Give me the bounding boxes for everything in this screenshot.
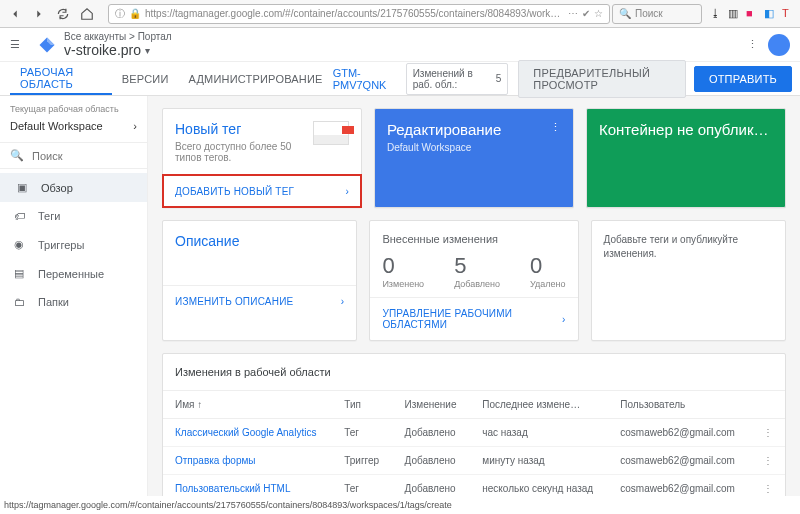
site-info-icon[interactable]: ⓘ (115, 7, 125, 21)
header-more-icon[interactable]: ⋮ (747, 38, 758, 51)
row-more-icon[interactable]: ⋮ (750, 419, 785, 447)
sidebar: Текущая рабочая область Default Workspac… (0, 96, 148, 496)
chevron-right-icon: › (562, 314, 566, 325)
table-row[interactable]: Классический Google AnalyticsТегДобавлен… (163, 419, 785, 447)
container-id[interactable]: GTM-PMV7QNK (333, 67, 394, 91)
sidebar-search[interactable]: 🔍 (0, 143, 147, 169)
row-name[interactable]: Отправка формы (163, 447, 332, 475)
changes-head: Внесенные изменения (382, 233, 565, 245)
row-last: час назад (470, 419, 608, 447)
col-user[interactable]: Пользователь (608, 391, 750, 419)
url-text: https://tagmanager.google.com/#/containe… (145, 8, 564, 19)
row-name[interactable]: Пользовательский HTML (163, 475, 332, 497)
row-change: Добавлено (393, 475, 471, 497)
status-url: https://tagmanager.google.com/#/containe… (4, 500, 452, 510)
browser-status-bar: https://tagmanager.google.com/#/containe… (0, 496, 800, 514)
publish-card[interactable]: Контейнер не опублик… (586, 108, 786, 208)
editing-title: Редактирование (387, 121, 561, 138)
edit-description-link[interactable]: ИЗМЕНИТЬ ОПИСАНИЕ › (163, 285, 356, 317)
submit-button[interactable]: ОТПРАВИТЬ (694, 66, 792, 92)
manage-workspaces-link[interactable]: УПРАВЛЕНИЕ РАБОЧИМИ ОБЛАСТЯМИ › (370, 297, 577, 340)
sidebar-item-triggers[interactable]: ◉Триггеры (0, 230, 147, 259)
url-bar[interactable]: ⓘ 🔒 https://tagmanager.google.com/#/cont… (108, 4, 610, 24)
col-last[interactable]: Последнее измене… (470, 391, 608, 419)
row-user: cosmaweb62@gmail.com (608, 419, 750, 447)
row-more-icon[interactable]: ⋮ (750, 475, 785, 497)
back-button[interactable] (4, 3, 26, 25)
row-last: несколько секунд назад (470, 475, 608, 497)
tab-workspace[interactable]: РАБОЧАЯ ОБЛАСТЬ (10, 62, 112, 95)
variable-icon: ▤ (14, 267, 28, 280)
publish-title: Контейнер не опублик… (599, 121, 773, 138)
breadcrumb[interactable]: Все аккаунты > Портал (64, 31, 172, 42)
row-name[interactable]: Классический Google Analytics (163, 419, 332, 447)
changes-table-title: Изменения в рабочей области (163, 354, 785, 391)
library-icon[interactable]: ▥ (728, 7, 742, 21)
row-last: минуту назад (470, 447, 608, 475)
changes-table-card: Изменения в рабочей области Имя ↑ Тип Из… (162, 353, 786, 496)
editing-subtitle: Default Workspace (387, 142, 561, 153)
table-row[interactable]: Отправка формыТриггерДобавленоминуту наз… (163, 447, 785, 475)
card-more-icon[interactable]: ⋮ (550, 121, 561, 134)
tabs-bar: РАБОЧАЯ ОБЛАСТЬ ВЕРСИИ АДМИНИСТРИРОВАНИЕ… (0, 62, 800, 96)
description-card: Описание ИЗМЕНИТЬ ОПИСАНИЕ › (162, 220, 357, 341)
sidebar-item-tags[interactable]: 🏷Теги (0, 202, 147, 230)
col-type[interactable]: Тип (332, 391, 392, 419)
reload-button[interactable] (52, 3, 74, 25)
row-user: cosmaweb62@gmail.com (608, 475, 750, 497)
chevron-down-icon: ▾ (145, 45, 150, 56)
avatar[interactable] (768, 34, 790, 56)
reader-icon[interactable]: ✔ (582, 8, 590, 19)
new-tag-subtitle: Всего доступно более 50 типов тегов. (175, 141, 303, 163)
bookmark-icon[interactable]: ☆ (594, 8, 603, 19)
ext2-icon[interactable]: ◧ (764, 7, 778, 21)
row-more-icon[interactable]: ⋮ (750, 447, 785, 475)
row-change: Добавлено (393, 419, 471, 447)
col-change[interactable]: Изменение (393, 391, 471, 419)
folder-icon: 🗀 (14, 296, 28, 308)
ext1-icon[interactable]: ■ (746, 7, 760, 21)
description-title: Описание (175, 233, 344, 249)
add-new-tag-link[interactable]: ДОБАВИТЬ НОВЫЙ ТЕГ › (163, 175, 361, 207)
hint-text: Добавьте теги и опубликуйте изменения. (592, 221, 785, 273)
url-more-icon[interactable]: ⋯ (568, 8, 578, 19)
row-change: Добавлено (393, 447, 471, 475)
sidebar-item-variables[interactable]: ▤Переменные (0, 259, 147, 288)
chevron-right-icon: › (345, 186, 349, 197)
app-header: ☰ Все аккаунты > Портал v-stroike.pro ▾ … (0, 28, 800, 62)
gtm-logo (38, 36, 56, 54)
sidebar-item-folders[interactable]: 🗀Папки (0, 288, 147, 316)
tag-icon: 🏷 (14, 210, 28, 222)
col-name[interactable]: Имя ↑ (163, 391, 332, 419)
row-type: Триггер (332, 447, 392, 475)
menu-icon[interactable]: ☰ (10, 38, 30, 51)
hint-card: Добавьте теги и опубликуйте изменения. (591, 220, 786, 341)
container-title[interactable]: v-stroike.pro ▾ (64, 42, 172, 58)
search-input[interactable] (32, 150, 137, 162)
tab-admin[interactable]: АДМИНИСТРИРОВАНИЕ (178, 62, 332, 95)
tab-versions[interactable]: ВЕРСИИ (112, 62, 179, 95)
download-icon[interactable]: ⭳ (710, 7, 724, 21)
editing-card[interactable]: ⋮ Редактирование Default Workspace (374, 108, 574, 208)
browser-search[interactable]: 🔍Поиск (612, 4, 702, 24)
browser-toolbar: ⓘ 🔒 https://tagmanager.google.com/#/cont… (0, 0, 800, 28)
trigger-icon: ◉ (14, 238, 28, 251)
forward-button[interactable] (28, 3, 50, 25)
sidebar-ws-label: Текущая рабочая область (0, 96, 147, 116)
changes-card: Внесенные изменения 0Изменено 5Добавлено… (369, 220, 578, 341)
row-user: cosmaweb62@gmail.com (608, 447, 750, 475)
overview-icon: ▣ (17, 181, 31, 194)
sidebar-item-overview[interactable]: ▣Обзор (0, 173, 147, 202)
new-tag-card: Новый тег Всего доступно более 50 типов … (162, 108, 362, 208)
ext3-icon[interactable]: T (782, 7, 796, 21)
workspace-selector[interactable]: Default Workspace › (0, 116, 147, 142)
chevron-right-icon: › (341, 296, 345, 307)
table-row[interactable]: Пользовательский HTMLТегДобавленонесколь… (163, 475, 785, 497)
preview-button[interactable]: ПРЕДВАРИТЕЛЬНЫЙ ПРОСМОТР (518, 60, 686, 98)
search-icon: 🔍 (10, 149, 24, 162)
new-tag-title: Новый тег (175, 121, 303, 137)
row-type: Тег (332, 419, 392, 447)
changes-indicator[interactable]: Изменений в раб. обл.: 5 (406, 63, 509, 95)
home-button[interactable] (76, 3, 98, 25)
row-type: Тег (332, 475, 392, 497)
